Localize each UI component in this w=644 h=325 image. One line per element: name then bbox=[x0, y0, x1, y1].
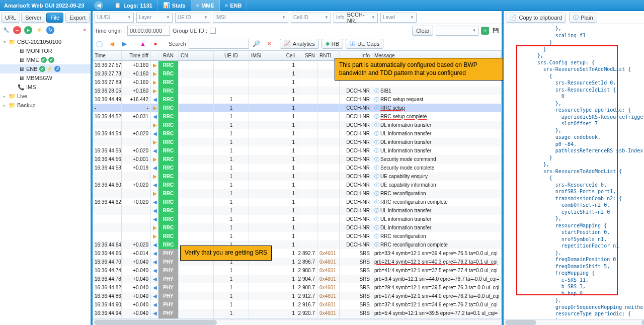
uplink-icon: ◀ bbox=[153, 182, 157, 188]
col-time[interactable]: Time bbox=[93, 51, 122, 60]
log-row[interactable]: 16:36:44.606+0.020◀RRC11DCCH-NRⓘUE capab… bbox=[93, 181, 502, 189]
center-scrollbar[interactable] bbox=[93, 319, 502, 325]
log-row[interactable]: --▶RRC11CCCH-NRⓘRRC setup bbox=[93, 104, 502, 112]
level-filter[interactable]: Level▼ bbox=[380, 13, 417, 23]
saved-filter[interactable]: ▼ bbox=[436, 26, 478, 36]
add-filter-icon[interactable]: ＋ bbox=[481, 27, 489, 35]
url-button[interactable]: URL bbox=[1, 13, 20, 23]
plain-button[interactable]: ⓘPlain bbox=[569, 13, 597, 23]
col-ueid[interactable]: UE ID bbox=[214, 51, 249, 60]
log-row[interactable]: ▶RRC11DCCH-NRⓘDL information transfer bbox=[93, 223, 502, 232]
info-filter[interactable]: InfoBCCH-NR,▼ bbox=[334, 13, 378, 23]
tool-warn-icon[interactable]: ▲ bbox=[138, 39, 148, 49]
col-timediff[interactable]: Time diff bbox=[122, 51, 151, 60]
log-body[interactable]: 16:36:27.573+0.160▶RRC116:36:27.733+0.16… bbox=[93, 61, 502, 318]
left-panel: URL Server File Export 🔧 – ▸ ⚡ ↻ ✕ ▾📁CBC… bbox=[0, 11, 93, 325]
layer-filter[interactable]: Layer▼ bbox=[136, 13, 173, 23]
tool-next-icon[interactable]: ▶ bbox=[120, 39, 130, 49]
tree-item[interactable]: ▸📁Backup bbox=[0, 101, 91, 110]
col-sfn[interactable]: SFN bbox=[297, 51, 317, 60]
col-ran[interactable]: RAN bbox=[158, 51, 179, 60]
log-row[interactable]: 16:36:44.900+0.040◀PHY112 916.70x4601SRS… bbox=[93, 300, 502, 309]
col-cn[interactable]: CN bbox=[179, 51, 214, 60]
tree-item[interactable]: 📞IMS bbox=[0, 83, 91, 92]
log-row[interactable]: 16:36:44.780+0.040◀PHY112 904.70x4601SRS… bbox=[93, 275, 502, 283]
server-button[interactable]: Server bbox=[21, 13, 45, 23]
tree-item[interactable]: 🖥ENB✔⚡↺ bbox=[0, 64, 91, 73]
file-button[interactable]: File bbox=[46, 13, 63, 23]
info-icon: ⓘ bbox=[374, 216, 379, 223]
ueid-filter[interactable]: UE ID▼ bbox=[175, 13, 210, 23]
tree-item[interactable]: 🖥MME✔✔ bbox=[0, 55, 91, 64]
log-row[interactable]: ◀RRC11DCCH-NRⓘUL information transfer bbox=[93, 215, 502, 223]
col-imsi[interactable]: IMSI bbox=[249, 51, 281, 60]
collapse-left-icon[interactable]: ◀ bbox=[94, 1, 103, 10]
clear-button[interactable]: Clear bbox=[412, 26, 433, 36]
log-row[interactable]: 16:36:44.646+0.020◀RRC11DCCH-NRⓘRRC reco… bbox=[93, 240, 502, 249]
col-cell[interactable]: Cell bbox=[281, 51, 297, 60]
bolt-icon[interactable]: ⚡ bbox=[35, 26, 43, 34]
groupue-checkbox[interactable] bbox=[210, 28, 216, 34]
log-row[interactable]: 16:36:44.566+0.020◀RRC11DCCH-NRⓘUL infor… bbox=[93, 146, 502, 155]
reload-icon[interactable]: ↻ bbox=[46, 26, 54, 34]
uplink-icon: ◀ bbox=[153, 259, 157, 265]
tab-stats[interactable]: 📊Stats bbox=[158, 0, 191, 11]
search-label: Search bbox=[169, 41, 186, 47]
col-dir[interactable] bbox=[151, 51, 158, 60]
uecaps-button[interactable]: ⓘUE Caps bbox=[346, 39, 383, 49]
log-row[interactable]: ▶RRC11DCCH-NRⓘUE capability enquiry bbox=[93, 172, 502, 181]
refresh-icon[interactable]: 🔧 bbox=[2, 26, 10, 34]
info-icon: ⓘ bbox=[374, 165, 379, 172]
tab-enb[interactable]: ≡ENB bbox=[220, 0, 248, 11]
search-icon[interactable]: 🔎 bbox=[252, 39, 262, 49]
tool-prev-icon[interactable]: ◀ bbox=[107, 39, 117, 49]
log-row[interactable]: 16:36:44.567+0.001▶RRC11DCCH-NRⓘSecurity… bbox=[93, 155, 502, 164]
log-row[interactable]: 16:36:44.660+0.014◀PHY112 892.70x4601SRS… bbox=[93, 249, 502, 258]
log-row[interactable]: ▶RRC11DCCH-NRⓘRRC reconfiguration bbox=[93, 232, 502, 240]
tree-item[interactable]: 🖥MONITOR bbox=[0, 46, 91, 55]
cellid-filter[interactable]: Cell ID▼ bbox=[291, 13, 331, 23]
save-filter-icon[interactable]: 💾 bbox=[492, 27, 500, 35]
log-row[interactable]: ▶RRC11DCCH-NRⓘDL information transfer bbox=[93, 121, 502, 129]
tab-logs[interactable]: 📋Logs: 1131 bbox=[109, 0, 157, 11]
enb-icon: ≡ bbox=[225, 3, 228, 9]
tool-err-icon[interactable]: ● bbox=[150, 39, 160, 49]
imsi-filter[interactable]: IMSI▼ bbox=[213, 13, 288, 23]
info-icon: ⓘ bbox=[374, 241, 379, 249]
tree-item[interactable]: ▾📁CBC-2021050100 bbox=[0, 37, 91, 46]
timeorigin-input[interactable]: 00:00:00.000 bbox=[127, 26, 170, 36]
log-row[interactable]: ◀RRC11DCCH-NRⓘUL information transfer bbox=[93, 206, 502, 215]
log-row[interactable]: ▶RRC11DCCH-NRⓘRRC reconfiguration bbox=[93, 189, 502, 198]
uplink-icon: ◀ bbox=[153, 251, 157, 256]
rb-button[interactable]: ◆RB bbox=[321, 39, 343, 49]
log-row[interactable]: 16:36:44.586+0.019◀RRC11DCCH-NRⓘSecurity… bbox=[93, 164, 502, 172]
export-button[interactable]: Export bbox=[65, 13, 90, 23]
log-row[interactable]: 16:36:44.940+0.040◀PHY112 920.70x4601SRS… bbox=[93, 309, 502, 317]
tool-circle-icon[interactable]: ◯ bbox=[95, 39, 105, 49]
log-row[interactable]: ▶RRC11DCCH-NRⓘDL information transfer bbox=[93, 138, 502, 146]
copy-button[interactable]: 📄Copy to clipboard bbox=[506, 13, 566, 23]
search-input[interactable] bbox=[189, 39, 249, 49]
log-row[interactable]: 16:36:44.526+0.031◀RRC11DCCH-NRⓘRRC setu… bbox=[93, 112, 502, 121]
tree-item[interactable]: ▸📁Live bbox=[0, 92, 91, 101]
close-icon[interactable]: ✕ bbox=[80, 26, 89, 34]
right-panel: 📄Copy to clipboard ⓘPlain }, scaling f1 … bbox=[504, 11, 644, 325]
stop-icon[interactable]: – bbox=[13, 26, 21, 34]
log-row[interactable]: 16:36:44.860+0.040◀PHY112 912.70x4601SRS… bbox=[93, 292, 502, 300]
analytics-button[interactable]: 📈Analytics bbox=[280, 39, 319, 49]
log-row[interactable]: 16:36:44.700+0.040◀PHY112 896.70x4601SRS… bbox=[93, 258, 502, 266]
log-row[interactable]: 16:36:44.820+0.040◀PHY112 908.70x4601SRS… bbox=[93, 283, 502, 292]
log-row[interactable]: 16:36:44.495+16.442◀RRC11CCCH-NRⓘRRC set… bbox=[93, 95, 502, 104]
search-clear-icon[interactable]: ✕ bbox=[264, 39, 274, 49]
right-scrollbar[interactable] bbox=[504, 319, 644, 325]
log-row[interactable]: 16:36:44.546+0.020◀RRC11DCCH-NRⓘUL infor… bbox=[93, 129, 502, 138]
tab-mme[interactable]: ≡MME bbox=[191, 0, 220, 11]
log-row[interactable]: 16:36:44.626+0.020◀RRC11DCCH-NRⓘRRC reco… bbox=[93, 198, 502, 206]
uldl-filter[interactable]: UL/DL▼ bbox=[95, 13, 134, 23]
log-row[interactable]: 16:36:44.980+0.040◀PHY112 924.70x4601SRS… bbox=[93, 317, 502, 318]
log-row[interactable]: 16:36:28.053+0.160▶RRC1DCCH-NRⓘSIB1 bbox=[93, 87, 502, 95]
play-icon[interactable]: ▸ bbox=[24, 26, 32, 34]
tree-item[interactable]: 🖥MBMSGW bbox=[0, 73, 91, 83]
decoded-message[interactable]: }, scaling f1 } } }, srs-Config setup: {… bbox=[504, 24, 644, 319]
log-row[interactable]: 16:36:44.740+0.040◀PHY112 900.70x4601SRS… bbox=[93, 266, 502, 275]
